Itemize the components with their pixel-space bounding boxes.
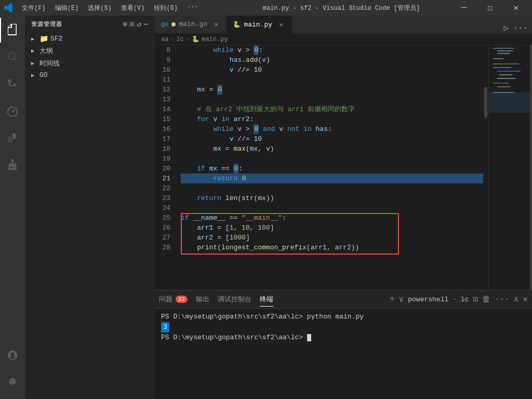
activity-bottom [0, 343, 25, 395]
line-num-9: 9 [155, 55, 177, 65]
activity-testing[interactable] [0, 153, 25, 178]
folder-icon: 📁 [39, 34, 48, 43]
svg-rect-6 [493, 67, 511, 68]
terminal-line-3: PS D:\mysetup\gopath\src\sf2\aa\lc> [161, 332, 526, 343]
panel-tab-label: 终端 [260, 295, 273, 304]
breadcrumb-sep: › [186, 36, 190, 43]
cursor [307, 334, 311, 341]
line-num-16: 16 [155, 124, 177, 134]
breadcrumb-lc[interactable]: lc [177, 36, 184, 43]
refresh-icon[interactable]: ↺ [137, 20, 141, 29]
menu-select[interactable]: 选择(S) [84, 3, 116, 14]
arrow-icon: ▶ [31, 36, 37, 42]
modified-dot [171, 22, 176, 26]
go-file-icon: go [161, 21, 168, 28]
new-file-icon[interactable]: ⊕ [123, 20, 127, 29]
add-terminal-button[interactable]: + [390, 295, 395, 304]
maximize-button[interactable]: ☐ [478, 0, 502, 16]
line-num-21: 21 [155, 174, 177, 183]
svg-rect-3 [497, 53, 510, 54]
panel-tab-problems[interactable]: 问题 22 [159, 292, 188, 306]
collapse-icon[interactable]: ⋯ [144, 20, 149, 29]
sidebar-item-outline[interactable]: ▶ 大纲 [25, 45, 155, 57]
terminal[interactable]: PS D:\mysetup\gopath\src\sf2\aa\lc> pyth… [155, 309, 532, 399]
sidebar-item-sf2[interactable]: ▶ 📁 SF2 [25, 33, 155, 45]
activity-extensions[interactable] [0, 126, 25, 151]
code-line-27: arr2 = [1000] [181, 233, 483, 243]
code-line-11 [181, 75, 483, 85]
menu-more[interactable]: ··· [183, 3, 203, 14]
sidebar-item-label: SF2 [50, 35, 62, 43]
line-numbers: 8 9 10 11 12 13 14 15 16 17 18 19 20 21 … [155, 45, 181, 290]
svg-rect-1 [493, 48, 514, 49]
sidebar-header: 资源管理器 ⊕ ⊞ ↺ ⋯ [25, 16, 155, 33]
panel-tab-output[interactable]: 输出 [196, 292, 209, 306]
sidebar-item-label: 大纲 [39, 46, 53, 56]
code-line-16: while v > 0 and v not in has: [181, 124, 483, 134]
activity-run[interactable] [0, 99, 25, 124]
activity-search[interactable] [0, 45, 25, 70]
scrollbar-thumb[interactable] [484, 87, 487, 118]
tab-main-go[interactable]: go main.go ✕ [155, 16, 227, 33]
code-content[interactable]: while v > 0: has.add(v) v //= 10 [181, 45, 483, 290]
code-line-12: mx = 0 [181, 85, 483, 95]
scrollbar-track[interactable] [483, 45, 488, 290]
line-num-19: 19 [155, 154, 177, 164]
tab-close-button[interactable]: ✕ [277, 20, 285, 30]
sidebar-item-timeline[interactable]: ▶ 时间线 [25, 57, 155, 70]
panel-sash[interactable] [530, 45, 532, 290]
line-num-12: 12 [155, 85, 177, 95]
activity-settings[interactable] [0, 370, 25, 395]
line-num-11: 11 [155, 75, 177, 85]
menu-file[interactable]: 文件(F) [18, 3, 50, 14]
svg-rect-7 [497, 71, 521, 72]
code-line-22 [181, 183, 483, 193]
more-actions-button[interactable]: ··· [513, 23, 528, 33]
code-line-18: mx = max(mx, v) [181, 144, 483, 154]
tab-close-button[interactable]: ✕ [212, 19, 220, 29]
activity-account[interactable] [0, 343, 25, 368]
new-folder-icon[interactable]: ⊞ [130, 20, 135, 29]
menu-goto[interactable]: 转到(G) [150, 3, 182, 14]
code-editor[interactable]: 8 9 10 11 12 13 14 15 16 17 18 19 20 21 … [155, 45, 488, 290]
close-panel-button[interactable]: ✕ [523, 294, 528, 304]
minimize-button[interactable]: — [452, 0, 476, 16]
terminal-selector-button[interactable]: ∨ [399, 294, 404, 304]
split-terminal-button[interactable]: ⊡ [473, 294, 478, 304]
panel-tab-label: 问题 [159, 295, 172, 304]
breadcrumb-aa[interactable]: aa [161, 36, 168, 43]
panel-tabs: 问题 22 输出 调试控制台 终端 + ∨ powershell · lc ⊡ [155, 290, 532, 309]
code-line-15: for v in arr2: [181, 114, 483, 124]
panel-tab-label: 输出 [196, 295, 209, 304]
close-button[interactable]: ✕ [504, 0, 528, 16]
code-line-14: # 在 arr2 中找到最大的与 arr1 前缀相同的数字 [181, 104, 483, 114]
line-num-23: 23 [155, 193, 177, 203]
app-icon [4, 3, 14, 12]
arrow-icon: ▶ [31, 48, 37, 54]
line-num-25: 25 [155, 213, 177, 223]
maximize-panel-button[interactable]: ∧ [514, 294, 519, 304]
activity-source-control[interactable] [0, 72, 25, 97]
breadcrumb-file[interactable]: main.py [202, 36, 228, 43]
code-line-9: has.add(v) [181, 55, 483, 65]
sidebar: 资源管理器 ⊕ ⊞ ↺ ⋯ ▶ 📁 SF2 ▶ 大纲 ▶ 时间线 ▶ GO [25, 16, 155, 399]
panel-tab-debug[interactable]: 调试控制台 [218, 292, 251, 306]
breadcrumb: aa › lc › 🐍 main.py [155, 34, 532, 45]
tabs-bar: go main.go ✕ 🐍 main.py ✕ ▷ ··· [155, 16, 532, 34]
menu-edit[interactable]: 编辑(E) [51, 3, 83, 14]
kill-terminal-button[interactable]: 🗑 [482, 295, 490, 304]
panel-tab-terminal[interactable]: 终端 [260, 292, 273, 307]
code-line-25: if __name__ == "__main__": [181, 213, 483, 223]
tab-main-py[interactable]: 🐍 main.py ✕ [227, 16, 291, 33]
py-icon-small: 🐍 [192, 35, 200, 43]
svg-rect-13 [489, 92, 530, 113]
more-panel-actions-button[interactable]: ··· [495, 295, 510, 304]
menu-view[interactable]: 查看(V) [117, 3, 149, 14]
minimap [488, 45, 530, 290]
activity-explorer[interactable] [0, 18, 25, 43]
run-button[interactable]: ▷ [504, 23, 509, 33]
line-num-22: 22 [155, 183, 177, 193]
sidebar-item-go[interactable]: ▶ GO [25, 70, 155, 81]
terminal-output-value: 3 [161, 322, 169, 332]
breadcrumb-sep: › [170, 36, 174, 43]
